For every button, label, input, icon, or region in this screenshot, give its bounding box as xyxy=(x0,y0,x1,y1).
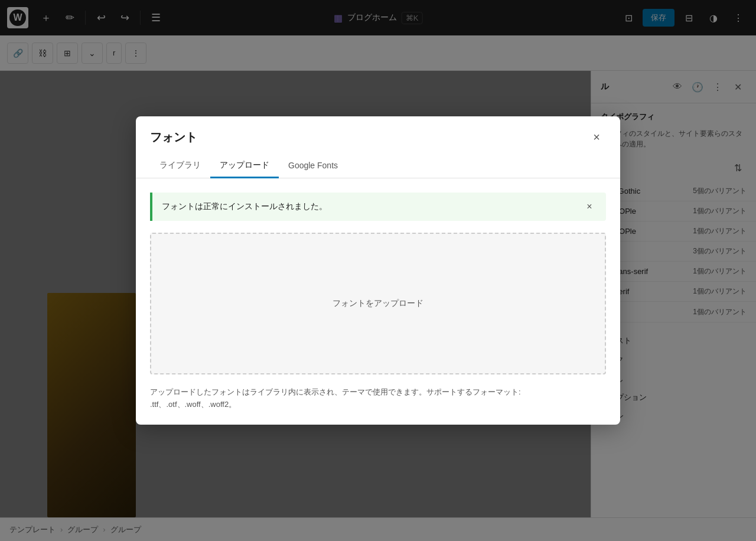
modal-header: フォント × xyxy=(136,116,620,147)
notice-close-button[interactable]: × xyxy=(582,200,597,214)
modal-close-button[interactable]: × xyxy=(587,128,606,147)
upload-description: アップロードしたフォントはライブラリ内に表示され、テーマで使用できます。サポート… xyxy=(150,386,606,411)
font-modal: フォント × ライブラリ アップロード Google Fonts フォントは正常… xyxy=(136,116,620,425)
tab-google-fonts[interactable]: Google Fonts xyxy=(279,154,347,178)
tab-library[interactable]: ライブラリ xyxy=(150,154,210,178)
notice-text: フォントは正常にインストールされました。 xyxy=(162,201,327,212)
upload-dropzone[interactable]: フォントをアップロード xyxy=(150,233,606,374)
modal-tabs: ライブラリ アップロード Google Fonts xyxy=(136,154,620,178)
upload-label: フォントをアップロード xyxy=(333,298,423,309)
modal-overlay[interactable]: フォント × ライブラリ アップロード Google Fonts フォントは正常… xyxy=(0,0,756,541)
modal-body: フォントは正常にインストールされました。 × フォントをアップロード アップロー… xyxy=(136,178,620,425)
tab-upload[interactable]: アップロード xyxy=(210,154,279,178)
modal-title: フォント xyxy=(150,129,197,145)
success-notice: フォントは正常にインストールされました。 × xyxy=(150,193,606,221)
